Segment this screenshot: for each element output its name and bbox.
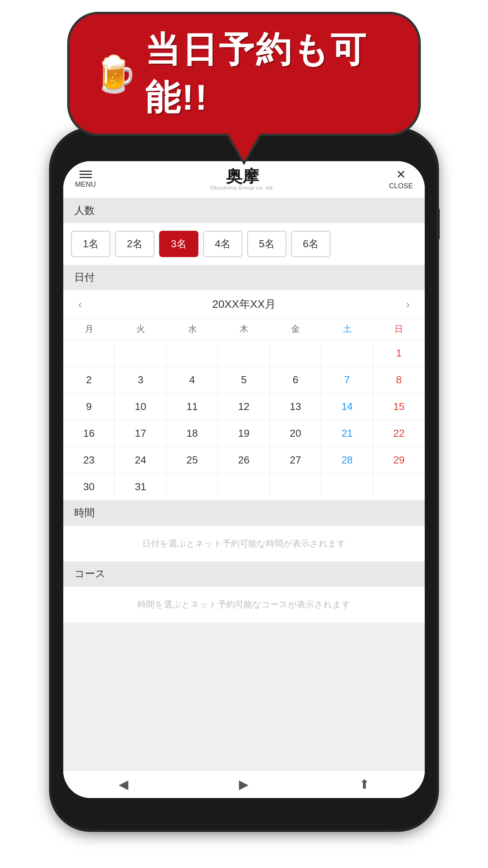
calendar-day-13[interactable]: 13 [270,394,321,420]
calendar-day-24[interactable]: 24 [115,447,166,473]
calendar-row-6: 3031 [63,474,425,500]
calendar-day-12[interactable]: 12 [218,394,270,420]
calendar-day-25[interactable]: 25 [167,447,218,473]
calendar-day-9[interactable]: 9 [63,394,115,420]
calendar-day-17[interactable]: 17 [115,420,166,447]
back-icon: ◀ [119,777,128,792]
close-x-icon: ✕ [396,169,406,180]
people-btn-1[interactable]: 1名 [71,231,110,257]
weekday-header-水: 水 [167,318,218,340]
phone-screen: MENU 奥摩 Okushima Group co.,ltd. ✕ CLOSE … [63,161,425,798]
calendar-row-4: 16171819202122 [63,420,425,447]
people-btn-6[interactable]: 6名 [291,231,330,257]
calendar-day-14[interactable]: 14 [321,394,373,420]
phone-side-button [437,208,440,240]
people-btn-3[interactable]: 3名 [159,231,198,257]
calendar-day-31[interactable]: 31 [115,474,166,500]
calendar-month-title: 20XX年XX月 [212,297,276,312]
app-header: MENU 奥摩 Okushima Group co.,ltd. ✕ CLOSE [63,161,425,198]
calendar-day-4[interactable]: 4 [167,367,218,393]
scroll-area: 人数 1名2名3名4名5名6名 日付 ‹ 20XX年XX月 › 月火水木金土日 [63,198,425,770]
calendar-empty-5-6 [373,474,425,500]
calendar-day-7[interactable]: 7 [321,367,373,393]
weekday-header-土: 土 [321,318,373,340]
date-section-header: 日付 [63,265,425,290]
people-btn-5[interactable]: 5名 [247,231,286,257]
calendar-day-8[interactable]: 8 [373,367,425,393]
calendar-empty-0-1 [115,340,166,366]
logo-area: 奥摩 Okushima Group co.,ltd. [210,168,274,191]
people-section: 1名2名3名4名5名6名 [63,223,425,265]
weekday-header-金: 金 [270,318,321,340]
calendar-empty-5-4 [270,474,321,500]
calendar-day-29[interactable]: 29 [373,447,425,473]
calendar-day-28[interactable]: 28 [321,447,373,473]
calendar-empty-5-2 [167,474,218,500]
calendar-grid: 月火水木金土日 12345678910111213141516171819202… [63,318,425,500]
back-nav-button[interactable]: ◀ [119,777,128,792]
next-month-button[interactable]: › [402,298,414,311]
calendar-empty-5-3 [218,474,270,500]
calendar-empty-0-4 [270,340,321,366]
hamburger-icon [79,171,92,178]
people-section-header: 人数 [63,198,425,223]
calendar-day-6[interactable]: 6 [270,367,321,393]
course-section: 時間を選ぶとネット予約可能なコースが表示されます [63,587,425,622]
calendar-day-30[interactable]: 30 [63,474,115,500]
calendar-day-3[interactable]: 3 [115,367,166,393]
calendar-row-3: 9101112131415 [63,394,425,420]
calendar-weekday-headers: 月火水木金土日 [63,318,425,340]
calendar-day-16[interactable]: 16 [63,420,115,447]
calendar-row-2: 2345678 [63,367,425,394]
calendar-day-2[interactable]: 2 [63,367,115,393]
calendar-day-15[interactable]: 15 [373,394,425,420]
phone-frame: MENU 奥摩 Okushima Group co.,ltd. ✕ CLOSE … [51,130,437,829]
people-btn-4[interactable]: 4名 [203,231,242,257]
calendar-day-11[interactable]: 11 [167,394,218,420]
calendar-empty-0-0 [63,340,115,366]
people-buttons: 1名2名3名4名5名6名 [71,231,417,257]
share-icon: ⬆ [359,777,370,792]
calendar-day-26[interactable]: 26 [218,447,270,473]
course-placeholder: 時間を選ぶとネット予約可能なコースが表示されます [63,587,425,622]
bottom-nav: ◀ ▶ ⬆ [63,770,425,798]
weekday-header-木: 木 [218,318,270,340]
calendar-day-22[interactable]: 22 [373,420,425,447]
calendar-empty-0-3 [218,340,270,366]
calendar-day-21[interactable]: 21 [321,420,373,447]
banner-text: 当日予約も可能!! [145,26,395,122]
calendar-row-5: 23242526272829 [63,447,425,474]
calendar-weeks: 1234567891011121314151617181920212223242… [63,340,425,500]
forward-nav-button[interactable]: ▶ [239,777,249,792]
calendar-empty-0-2 [167,340,218,366]
logo-sub: Okushima Group co.,ltd. [210,185,274,191]
weekday-header-日: 日 [373,318,425,340]
weekday-header-月: 月 [63,318,115,340]
calendar-day-18[interactable]: 18 [167,420,218,447]
course-section-header: コース [63,561,425,586]
calendar-day-20[interactable]: 20 [270,420,321,447]
calendar-empty-0-5 [321,340,373,366]
share-nav-button[interactable]: ⬆ [359,777,370,792]
calendar-nav: ‹ 20XX年XX月 › [63,291,425,318]
time-section: 日付を選ぶとネット予約可能な時間が表示されます [63,526,425,561]
logo-text: 奥摩 [226,168,259,185]
forward-icon: ▶ [239,777,249,792]
calendar-day-19[interactable]: 19 [218,420,270,447]
calendar-day-10[interactable]: 10 [115,394,166,420]
calendar-day-23[interactable]: 23 [63,447,115,473]
calendar-day-27[interactable]: 27 [270,447,321,473]
close-button[interactable]: ✕ CLOSE [389,169,413,190]
speech-bubble: 🍺 当日予約も可能!! [67,12,421,136]
menu-button[interactable]: MENU [75,171,96,189]
calendar-day-1[interactable]: 1 [373,340,425,366]
time-placeholder: 日付を選ぶとネット予約可能な時間が表示されます [63,526,425,561]
calendar-empty-5-5 [321,474,373,500]
menu-label: MENU [75,180,96,189]
app-content: MENU 奥摩 Okushima Group co.,ltd. ✕ CLOSE … [63,161,425,798]
time-section-header: 時間 [63,500,425,525]
people-btn-2[interactable]: 2名 [115,231,154,257]
prev-month-button[interactable]: ‹ [74,298,86,311]
beer-icon: 🍺 [93,56,137,92]
calendar-day-5[interactable]: 5 [218,367,270,393]
